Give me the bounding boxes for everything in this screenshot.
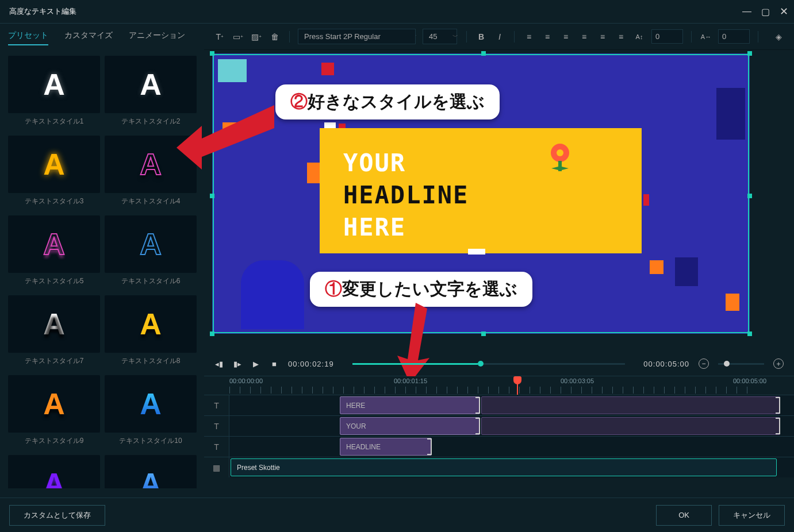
style-letter-a: A [140, 149, 162, 179]
pixel-decor [726, 294, 739, 311]
clip-preset[interactable]: Preset Skottie [231, 458, 777, 476]
save-custom-button[interactable]: カスタムとして保存 [9, 505, 105, 526]
clip-label: YOUR [346, 422, 366, 430]
track-content[interactable]: HEADLINE [229, 437, 794, 457]
svg-point-1 [557, 149, 563, 156]
selection-handle[interactable] [481, 51, 486, 56]
style-cell-9[interactable]: Aテキストスタイル9 [8, 375, 100, 452]
tab-preset[interactable]: プリセット [8, 30, 48, 45]
selection-handle[interactable] [747, 51, 752, 56]
text-your[interactable]: YOUR [343, 149, 406, 177]
selection-handle[interactable] [747, 331, 752, 336]
cancel-button[interactable]: キャンセル [719, 505, 785, 526]
style-cell-1[interactable]: Aテキストスタイル1 [8, 56, 100, 132]
align-center-vert-icon[interactable]: ≡ [596, 30, 609, 43]
align-top-icon[interactable]: ≡ [578, 30, 590, 43]
annotation-step2: ②好きなスタイルを選ぶ [275, 84, 500, 119]
letter-spacing-input[interactable]: 0 [718, 29, 750, 44]
tabs: プリセット カスタマイズ アニメーション [0, 24, 204, 51]
add-text-icon[interactable]: T+ [213, 30, 226, 43]
style-cell-10[interactable]: Aテキストスタイル10 [105, 375, 197, 452]
style-cell-11[interactable]: A [8, 455, 100, 488]
selection-handle[interactable] [210, 51, 214, 56]
clip-end-handle[interactable] [776, 397, 780, 414]
align-left-icon[interactable]: ≡ [523, 30, 535, 43]
clip-end-handle[interactable] [427, 438, 432, 455]
style-letter-a: A [43, 309, 65, 339]
italic-icon[interactable]: I [493, 30, 506, 43]
zoom-thumb[interactable] [724, 361, 730, 367]
add-image-icon[interactable]: ▨+ [250, 30, 263, 43]
align-center-horiz-icon[interactable]: ≡ [541, 30, 554, 43]
ok-button[interactable]: OK [656, 505, 712, 526]
stop-icon[interactable]: ■ [270, 359, 279, 368]
ruler-label: 00:00:01:15 [394, 377, 427, 384]
window-controls: — ▢ ✕ [743, 8, 787, 15]
align-right-icon[interactable]: ≡ [559, 30, 572, 43]
zoom-out-icon[interactable]: − [699, 358, 709, 369]
clip-end-handle[interactable] [475, 418, 480, 434]
add-shape-icon[interactable]: ▭+ [232, 30, 244, 43]
zoom-in-icon[interactable]: ＋ [773, 358, 784, 369]
clip-here[interactable]: HERE [340, 396, 480, 414]
clip-extension[interactable] [481, 396, 780, 414]
close-icon[interactable]: ✕ [780, 8, 787, 15]
track-content[interactable]: HERE [229, 395, 794, 415]
tab-customize[interactable]: カスタマイズ [64, 30, 113, 45]
font-size: 45 [429, 32, 437, 41]
selection-handle[interactable] [210, 331, 214, 336]
target-icon[interactable]: ◈ [772, 30, 785, 43]
delete-icon[interactable]: 🗑 [268, 30, 281, 43]
bold-icon[interactable]: B [475, 30, 488, 43]
play-icon[interactable]: ▶ [251, 359, 260, 368]
style-cell-7[interactable]: Aテキストスタイル7 [8, 295, 100, 372]
style-cell-3[interactable]: Aテキストスタイル3 [8, 136, 100, 212]
track-content[interactable]: Preset Skottie [229, 457, 794, 477]
selection-handle[interactable] [747, 194, 752, 198]
text-headline[interactable]: HEADLINE [343, 181, 469, 209]
tab-animation[interactable]: アニメーション [129, 30, 185, 45]
text-here[interactable]: HERE [343, 213, 406, 241]
pixel-decor [218, 59, 247, 82]
letter-spacing-icon[interactable]: A↔ [700, 30, 712, 43]
clip-extension[interactable] [481, 417, 780, 435]
clip-end-handle[interactable] [475, 397, 480, 414]
divider [466, 31, 467, 43]
zoom-slider[interactable] [718, 363, 764, 365]
track-text-icon: T [204, 395, 229, 415]
align-bottom-icon[interactable]: ≡ [615, 30, 627, 43]
styles-grid[interactable]: Aテキストスタイル1Aテキストスタイル2Aテキストスタイル3Aテキストスタイル4… [0, 51, 204, 488]
progress-slider[interactable] [352, 363, 626, 365]
maximize-icon[interactable]: ▢ [762, 8, 769, 15]
font-size-select[interactable]: 45 [423, 29, 457, 44]
prev-frame-icon[interactable]: ◂▮ [214, 359, 224, 368]
pixel-decor [321, 63, 334, 75]
letter-spacing-value: 0 [722, 32, 726, 41]
selection-handle[interactable] [210, 194, 214, 198]
timeline-ruler[interactable]: 00:00:00:00 00:00:01:15 00:00:03:05 00:0… [204, 376, 794, 395]
style-label: テキストスタイル5 [25, 273, 84, 292]
style-cell-8[interactable]: Aテキストスタイル8 [105, 295, 197, 372]
playhead-handle[interactable] [513, 376, 521, 384]
track-content[interactable]: YOUR [229, 416, 794, 436]
window-title: 高度なテキスト編集 [7, 6, 76, 17]
style-cell-12[interactable]: A [105, 455, 197, 488]
line-height-icon[interactable]: A↕ [633, 30, 646, 43]
clip-end-handle[interactable] [776, 418, 780, 434]
content: プリセット カスタマイズ アニメーション Aテキストスタイル1Aテキストスタイル… [0, 23, 794, 488]
style-cell-6[interactable]: Aテキストスタイル6 [105, 215, 197, 292]
selection-handle[interactable] [481, 331, 486, 336]
minimize-icon[interactable]: — [743, 8, 750, 15]
progress-thumb[interactable] [478, 361, 484, 367]
toolbar: T+ ▭+ ▨+ 🗑 Press Start 2P Regular﹀ 45﹀ B… [204, 24, 794, 50]
font-select[interactable]: Press Start 2P Regular [298, 29, 416, 44]
step2-text: 好きなスタイルを選ぶ [308, 92, 485, 111]
line-height-input[interactable]: 0 [651, 29, 683, 44]
step2-number: ② [290, 92, 308, 111]
playhead[interactable] [517, 376, 518, 395]
style-cell-5[interactable]: Aテキストスタイル5 [8, 215, 100, 292]
track-media-icon: ▦ [204, 457, 229, 477]
clip-your[interactable]: YOUR [340, 417, 480, 435]
next-frame-icon[interactable]: ▮▸ [233, 359, 242, 368]
clip-headline[interactable]: HEADLINE [340, 438, 432, 456]
